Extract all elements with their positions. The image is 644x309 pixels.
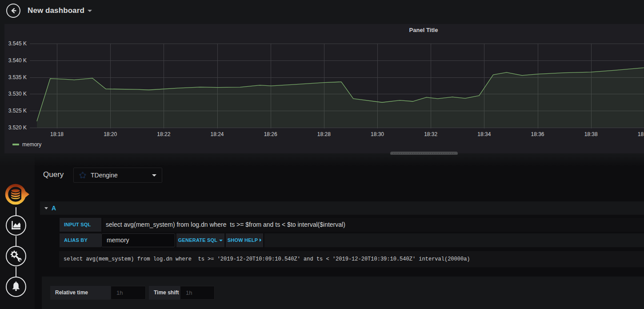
query-ref-row[interactable]: A	[40, 201, 644, 215]
y-tick-label: 3.520 K	[8, 124, 27, 131]
legend: memory	[12, 141, 41, 148]
time-shift-label: Time shift	[149, 286, 180, 300]
tab-connector	[16, 236, 16, 246]
x-tick-label: 18:18	[50, 131, 64, 137]
tab-visualization[interactable]	[6, 215, 26, 236]
input-sql-label: INPUT SQL	[60, 218, 101, 232]
bell-icon	[10, 281, 22, 293]
y-tick-label: 3.545 K	[8, 40, 27, 47]
x-tick-label: 18:26	[264, 131, 277, 137]
alias-row-filler	[264, 233, 644, 247]
x-tick-label: 18:32	[424, 131, 437, 137]
y-tick-label: 3.540 K	[8, 57, 27, 64]
tab-queries[interactable]	[4, 182, 29, 207]
generated-sql-text: select avg(mem_system) from log.dn where…	[59, 251, 644, 267]
x-tick-label: 18:20	[104, 131, 117, 137]
arrow-left-icon	[10, 7, 17, 14]
graph-panel[interactable]: Panel Title 3.545 K3.540 K3.535 K3.530 K…	[4, 24, 644, 153]
x-tick-label: 18:28	[317, 131, 331, 137]
query-section-title: Query	[43, 170, 64, 179]
chevron-right-icon	[260, 238, 261, 242]
legend-color-swatch[interactable]	[12, 144, 19, 145]
x-tick-label: 18:36	[531, 131, 544, 137]
datasource-name: TDengine	[91, 172, 118, 179]
chevron-down-icon[interactable]	[88, 10, 92, 12]
dashboard-title[interactable]: New dashboard	[28, 6, 84, 15]
header: New dashboard	[0, 0, 644, 21]
tab-general[interactable]	[6, 246, 26, 266]
y-tick-label: 3.535 K	[8, 74, 27, 80]
chevron-down-icon	[152, 174, 156, 177]
chevron-down-icon	[219, 240, 223, 241]
input-sql-field[interactable]: select avg(mem_system) from log.dn where…	[103, 218, 644, 232]
tab-connector	[16, 267, 16, 277]
legend-series-label[interactable]: memory	[22, 141, 41, 148]
alias-by-field[interactable]: memory	[101, 233, 175, 247]
x-tick-label: 18:22	[157, 131, 170, 137]
tdengine-icon	[79, 172, 86, 179]
relative-time-label: Relative time	[50, 286, 111, 300]
query-ref-id: A	[52, 205, 56, 212]
database-icon	[11, 189, 20, 200]
chart-icon	[9, 219, 23, 232]
datasource-picker[interactable]: TDengine	[73, 168, 162, 183]
collapse-caret-icon[interactable]	[44, 207, 48, 209]
x-tick-label: 18:34	[477, 131, 491, 137]
alias-by-label: ALIAS BY	[60, 233, 101, 247]
x-tick-label: 18:38	[584, 131, 598, 137]
back-button[interactable]	[6, 4, 20, 18]
gear-icon	[10, 250, 22, 262]
tab-connector	[16, 207, 16, 216]
x-tick-label: 18:30	[371, 131, 384, 137]
y-tick-label: 3.530 K	[8, 91, 27, 97]
y-tick-label: 3.525 K	[8, 108, 27, 114]
x-tick-label: 18:40	[638, 131, 644, 137]
show-help-button[interactable]: SHOW HELP	[226, 233, 263, 247]
relative-time-input[interactable]: 1h	[111, 286, 146, 300]
tab-alert[interactable]	[6, 277, 26, 297]
time-shift-input[interactable]: 1h	[180, 286, 215, 300]
x-tick-label: 18:24	[210, 131, 224, 137]
generate-sql-button[interactable]: GENERATE SQL	[176, 233, 224, 247]
